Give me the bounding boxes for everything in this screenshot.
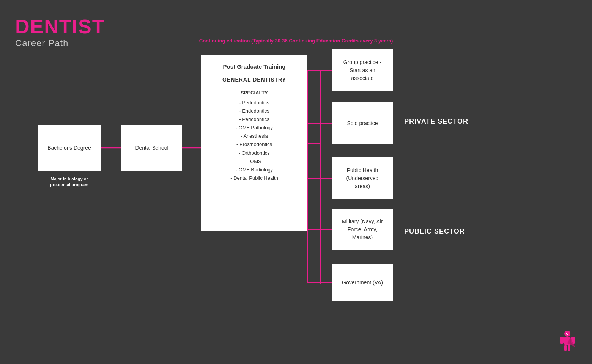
government-box: Government (VA)	[332, 264, 393, 301]
public-health-label: Public Health(Underservedareas)	[346, 166, 379, 190]
bachelors-degree-label: Bachelor's Degree	[47, 144, 91, 152]
svg-text:G: G	[566, 332, 568, 336]
post-grad-title: Post Graduate Training	[223, 63, 285, 71]
page-title: DENTIST	[15, 15, 105, 38]
solo-practice-label: Solo practice	[347, 119, 378, 127]
svg-rect-23	[564, 345, 567, 351]
government-label: Government (VA)	[342, 279, 383, 287]
group-practice-label: Group practice -Start as anassociate	[343, 58, 381, 82]
bachelors-degree-box: Bachelor's Degree	[38, 125, 101, 171]
continuing-education-note: Continuing education (Typically 30-36 Co…	[199, 38, 393, 44]
svg-rect-21	[560, 337, 564, 344]
solo-practice-box: Solo practice	[332, 102, 393, 144]
bachelor-sublabel-text: Major in biology orpre-dental program	[50, 177, 88, 187]
military-label: Military (Navy, AirForce, Army,Marines)	[342, 218, 383, 242]
private-sector-label: PRIVATE SECTOR	[404, 118, 468, 126]
military-box: Military (Navy, AirForce, Army,Marines)	[332, 209, 393, 250]
svg-rect-24	[568, 345, 570, 351]
logo: G	[558, 330, 577, 353]
specialty-header: SPECIALTY	[241, 89, 268, 97]
career-path-label: Career Path	[15, 38, 105, 49]
dental-school-label: Dental School	[135, 144, 168, 152]
public-sector-label: PUBLIC SECTOR	[404, 228, 465, 235]
public-health-box: Public Health(Underservedareas)	[332, 157, 393, 199]
bachelors-degree-sublabel: Major in biology orpre-dental program	[38, 176, 101, 188]
general-dentistry-label: GENERAL DENTISTRY	[222, 76, 286, 84]
title-section: DENTIST Career Path	[15, 15, 105, 49]
dental-school-box: Dental School	[121, 125, 182, 171]
specialty-items: - Pedodontics - Endodontics - Periodonti…	[230, 99, 278, 182]
group-practice-box: Group practice -Start as anassociate	[332, 49, 393, 91]
post-grad-box: Post Graduate Training GENERAL DENTISTRY…	[201, 55, 307, 231]
